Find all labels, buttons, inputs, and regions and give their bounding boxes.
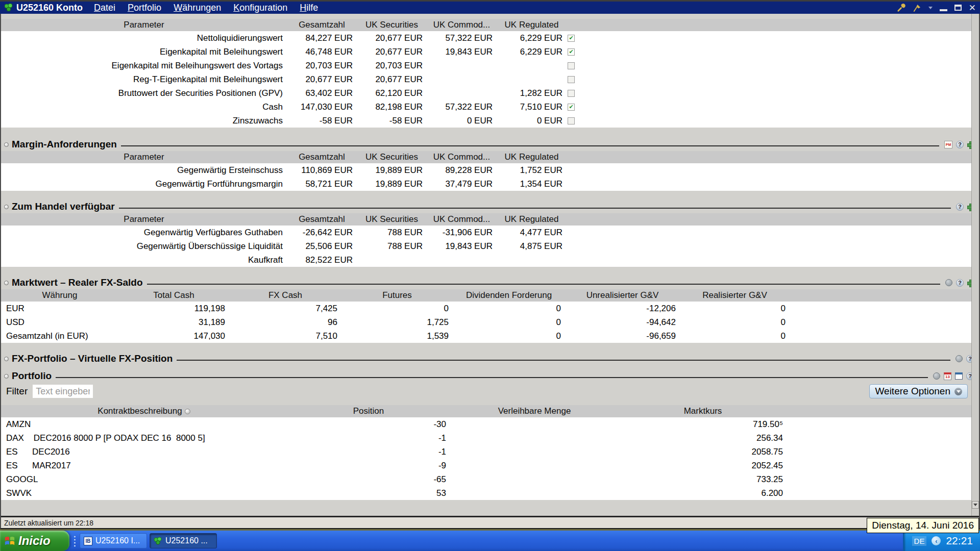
taskbar-item-label: U252160 I... bbox=[95, 536, 140, 545]
filter-input[interactable] bbox=[33, 385, 93, 398]
hand-icon[interactable] bbox=[933, 372, 940, 380]
row-label: Gegenwärtig Ersteinschuss bbox=[1, 163, 287, 177]
available-row[interactable]: Gegenwärtig Verfügbares Guthaben -26,642… bbox=[1, 226, 979, 239]
value-uk-regulated: 7,510 EUR bbox=[497, 100, 567, 114]
menu-bar: Datei Portfolio Währungen Konfiguration … bbox=[94, 3, 318, 13]
value-uk-securities bbox=[357, 253, 427, 267]
hand-icon[interactable] bbox=[955, 355, 963, 362]
margin-row[interactable]: Gegenwärtig Fortführungsmargin 58,721 EU… bbox=[1, 177, 979, 191]
minimize-icon[interactable] bbox=[940, 9, 947, 11]
clock: 22:21 bbox=[946, 535, 973, 547]
col-verleihbare-menge[interactable]: Verleihbare Menge bbox=[450, 405, 619, 417]
balance-row[interactable]: Bruttowert der Securities Positionen (GP… bbox=[1, 86, 979, 100]
collapse-toggle-icon[interactable] bbox=[4, 357, 9, 361]
available-row[interactable]: Gegenwärtig Überschüssige Liquidität 25,… bbox=[1, 239, 979, 253]
vertical-scrollbar[interactable] bbox=[971, 14, 979, 516]
currency-row[interactable]: Gesamtzahl (in EUR) 147,030 7,510 1,539 … bbox=[1, 329, 979, 343]
available-row[interactable]: Kaufkraft 82,522 EUR bbox=[1, 253, 979, 267]
balance-row[interactable]: Cash 147,030 EUR 82,198 EUR 57,322 EUR 7… bbox=[1, 100, 979, 114]
balances-table: Nettoliquidierungswert 84,227 EUR 20,677… bbox=[1, 31, 979, 128]
language-indicator[interactable]: DE bbox=[912, 536, 927, 546]
dropdown-arrow-icon[interactable] bbox=[928, 7, 933, 9]
value-uk-securities: 62,120 EUR bbox=[357, 86, 427, 100]
section-available: Zum Handel verfügbar bbox=[1, 200, 979, 213]
col-kontraktbeschreibung[interactable]: Kontraktbeschreibung bbox=[1, 405, 287, 417]
unrealisiert: -12,206 bbox=[565, 302, 680, 315]
futures: 0 bbox=[341, 302, 453, 315]
row-checkbox[interactable] bbox=[568, 35, 575, 42]
fx-cash: 96 bbox=[229, 315, 341, 329]
currency-row[interactable]: EUR 119,198 7,425 0 0 -12,206 0 bbox=[1, 302, 979, 315]
collapse-toggle-icon[interactable] bbox=[4, 374, 9, 379]
market-price: 733.25 bbox=[619, 472, 787, 486]
tooltip-date: Dienstag, 14. Juni 2016 bbox=[872, 520, 974, 531]
collapse-toggle-icon[interactable] bbox=[4, 142, 9, 147]
lendable-qty bbox=[450, 431, 619, 445]
col-uk-regulated: UK Regulated bbox=[497, 213, 567, 226]
fx-cash: 7,510 bbox=[229, 329, 341, 343]
value-uk-commod: 19,843 EUR bbox=[427, 45, 497, 59]
balance-row[interactable]: Reg-T-Eigenkapital mit Beleihungswert 20… bbox=[1, 72, 979, 86]
row-checkbox[interactable] bbox=[568, 48, 575, 56]
balance-row[interactable]: Zinszuwachs -58 EUR -58 EUR 0 EUR 0 EUR bbox=[1, 114, 979, 128]
calendar-icon[interactable] bbox=[944, 372, 951, 380]
contract-description: GOOGL bbox=[1, 472, 287, 486]
row-checkbox[interactable] bbox=[568, 117, 575, 124]
value-gesamtzahl: 82,522 EUR bbox=[287, 253, 357, 267]
help-icon[interactable] bbox=[956, 203, 964, 211]
position-row[interactable]: DAX DEC2016 8000 P [P ODAX DEC 16 8000 5… bbox=[1, 431, 979, 445]
row-checkbox[interactable] bbox=[568, 76, 575, 83]
taskbar-item-tws[interactable]: IB U252160 I... bbox=[80, 533, 147, 548]
menu-item[interactable]: Datei bbox=[94, 3, 115, 13]
window-icon[interactable] bbox=[955, 372, 963, 380]
col-total-cash: Total Cash bbox=[118, 289, 229, 302]
row-checkbox[interactable] bbox=[568, 90, 575, 97]
row-checkbox[interactable] bbox=[568, 62, 575, 69]
more-options-button[interactable]: Weitere Optionen bbox=[869, 384, 968, 398]
scroll-down-icon[interactable] bbox=[972, 501, 979, 509]
col-uk-commod: UK Commod... bbox=[427, 151, 497, 163]
contract-description: DAX DEC2016 8000 P [P ODAX DEC 16 8000 5… bbox=[1, 431, 287, 445]
row-label: Gegenwärtig Fortführungsmargin bbox=[1, 177, 287, 191]
close-icon[interactable]: ✕ bbox=[969, 4, 976, 12]
value-uk-commod: 19,843 EUR bbox=[427, 239, 497, 253]
currency-row[interactable]: USD 31,189 96 1,725 0 -94,642 0 bbox=[1, 315, 979, 329]
start-button[interactable]: Inicio bbox=[0, 531, 69, 551]
maximize-icon[interactable] bbox=[954, 5, 962, 11]
position-row[interactable]: ES DEC2016 -1 2058.75 bbox=[1, 445, 979, 459]
position-row[interactable]: GOOGL -65 733.25 bbox=[1, 472, 979, 486]
col-gesamtzahl: Gesamtzahl bbox=[287, 213, 357, 226]
help-icon[interactable] bbox=[956, 141, 964, 148]
position-row[interactable]: ES MAR2017 -9 2052.45 bbox=[1, 459, 979, 472]
margin-table: Gegenwärtig Ersteinschuss 110,869 EUR 19… bbox=[1, 163, 979, 191]
taskbar-item-konto[interactable]: U252160 ... bbox=[150, 533, 217, 548]
collapse-tray-icon[interactable]: ‹ bbox=[932, 536, 941, 545]
menu-item[interactable]: Konfiguration bbox=[233, 3, 287, 13]
menu-item[interactable]: Hilfe bbox=[300, 3, 318, 13]
realisiert: 0 bbox=[680, 315, 790, 329]
collapse-toggle-icon[interactable] bbox=[4, 281, 9, 285]
realisiert: 0 bbox=[680, 302, 790, 315]
help-icon[interactable] bbox=[956, 279, 964, 287]
balance-row[interactable]: Eigenkapital mit Beleihungswert 46,748 E… bbox=[1, 45, 979, 59]
col-marktkurs[interactable]: Marktkurs bbox=[619, 405, 787, 417]
collapse-toggle-icon[interactable] bbox=[4, 205, 9, 209]
balance-row[interactable]: Nettoliquidierungswert 84,227 EUR 20,677… bbox=[1, 31, 979, 45]
value-uk-securities: 19,889 EUR bbox=[357, 163, 427, 177]
market-price: 256.34 bbox=[619, 431, 787, 445]
pin-icon[interactable] bbox=[913, 4, 921, 12]
position-row[interactable]: AMZN -30 719.50⁵ bbox=[1, 417, 979, 431]
position-row[interactable]: SWVK 53 6.200 bbox=[1, 486, 979, 500]
row-checkbox[interactable] bbox=[568, 104, 575, 111]
menu-item[interactable]: Währungen bbox=[174, 3, 221, 13]
col-dividenden: Dividenden Forderung bbox=[453, 289, 565, 302]
wrench-icon[interactable] bbox=[897, 4, 905, 12]
value-uk-securities: 20,703 EUR bbox=[357, 59, 427, 72]
menu-item[interactable]: Portfolio bbox=[128, 3, 161, 13]
hand-icon[interactable] bbox=[945, 279, 952, 286]
window-title: U252160 Konto bbox=[16, 3, 83, 13]
balance-row[interactable]: Eigenkapital mit Beleihungswert des Vort… bbox=[1, 59, 979, 72]
pm-report-icon[interactable] bbox=[944, 141, 952, 148]
col-position[interactable]: Position bbox=[287, 405, 450, 417]
margin-row[interactable]: Gegenwärtig Ersteinschuss 110,869 EUR 19… bbox=[1, 163, 979, 177]
